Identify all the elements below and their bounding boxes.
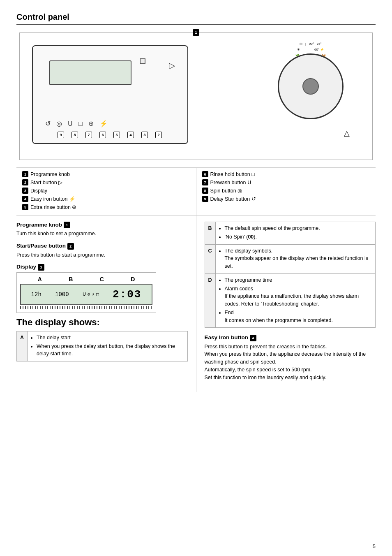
bottom-rule xyxy=(16,541,376,541)
label-d: D xyxy=(131,276,135,283)
display-screen: 12h 1000 ᑌ ⊕ ⚡ □ 2:03 xyxy=(20,284,152,305)
icon-power: ↺ xyxy=(45,120,51,127)
legend-item-1: 1 Programme knob xyxy=(22,171,190,177)
page: Control panel 1 ▷ ↺ ◎ ᑌ □ ⊕ ⚡ 9 xyxy=(0,0,392,556)
display-abcd-labels: A B C D xyxy=(20,276,152,283)
cell-c-letter: C xyxy=(205,244,215,273)
panel-play-icon: ▷ xyxy=(169,60,175,70)
display-seg-12h: 12h xyxy=(31,291,42,298)
dial-area: ◎ | 90° 75° ✳ 60° ⚡ 🌿 40° 40° 🧺 ↺ 35° 30… xyxy=(270,41,352,140)
legend-col-left: 1 Programme knob 2 Start button ▷ 3 Disp… xyxy=(16,168,196,215)
cell-d-letter: D xyxy=(205,273,215,328)
diagram-numbers: 9 8 7 6 5 4 3 2 xyxy=(58,132,162,138)
content-right: B The default spin speed of the programm… xyxy=(196,216,376,392)
label-a: A xyxy=(38,276,42,283)
panel-display xyxy=(49,60,131,85)
display-seg-1000: 1000 xyxy=(55,291,69,298)
cell-d-content: The programme time Alarm codesIf the app… xyxy=(215,273,375,328)
easy-iron-title: Easy Iron button 4 xyxy=(205,334,376,341)
start-pause-text: Press this button to start a programme. xyxy=(16,251,188,259)
icon-rinse: □ xyxy=(78,120,83,127)
row-a: A The delay start When you press the del… xyxy=(17,331,188,361)
legend-item-3: 3 Display xyxy=(22,188,190,194)
display-bottom-bar xyxy=(20,306,152,309)
start-pause-title: Start/Pause button 2 xyxy=(16,243,188,249)
icon-extrarinse: ⊕ xyxy=(88,120,94,127)
row-d: D The programme time Alarm codesIf the a… xyxy=(205,273,376,328)
dial-icon-right: △ xyxy=(344,129,350,138)
content-area: Programme knob 1 Turn this knob to set a… xyxy=(16,216,376,392)
legend-item-2: 2 Start button ▷ xyxy=(22,179,190,185)
easy-iron-section: Easy Iron button 4 Press this button to … xyxy=(205,334,376,381)
abcd-table-right: B The default spin speed of the programm… xyxy=(205,222,376,328)
dial-circle xyxy=(278,53,344,119)
row-b: B The default spin speed of the programm… xyxy=(205,222,376,245)
cell-b-letter: B xyxy=(205,222,215,245)
content-left: Programme knob 1 Turn this knob to set a… xyxy=(16,216,196,392)
easy-iron-text: Press this button to prevent the creases… xyxy=(205,343,376,382)
display-title: Display 3 xyxy=(16,264,188,270)
programme-knob-title: Programme knob 1 xyxy=(16,222,188,228)
label-c: C xyxy=(100,276,104,283)
cell-a-letter: A xyxy=(17,331,28,361)
legend-col-right: 6 Rinse hold button □ 7 Prewash button ᑌ… xyxy=(196,168,376,215)
panel-circle xyxy=(140,58,145,64)
legend-item-7: 7 Prewash button ᑌ xyxy=(202,179,370,185)
abcd-table: A The delay start When you press the del… xyxy=(16,331,188,361)
control-panel-diagram: 1 ▷ ↺ ◎ ᑌ □ ⊕ ⚡ 9 8 7 6 5 xyxy=(19,32,373,160)
cell-c-content: The display symbols.The symbols appear o… xyxy=(215,244,375,273)
button-row: ↺ ◎ ᑌ □ ⊕ ⚡ xyxy=(45,120,177,127)
display-shows-title: The display shows: xyxy=(16,317,188,328)
page-title: Control panel xyxy=(16,12,376,22)
legend-item-4: 4 Easy iron button ⚡ xyxy=(22,196,190,202)
display-diagram: A B C D 12h 1000 ᑌ ⊕ ⚡ □ 2:03 xyxy=(16,272,156,313)
legend-item-5: 5 Extra rinse button ⊕ xyxy=(22,204,190,210)
legend-item-8: 8 Spin button ◎ xyxy=(202,188,370,194)
dial-inner xyxy=(302,78,319,95)
cell-a-content: The delay start When you press the delay… xyxy=(28,331,187,361)
cell-b-content: The default spin speed of the programme.… xyxy=(215,222,375,245)
display-seg-time: 2:03 xyxy=(113,288,141,301)
icon-spin: ◎ xyxy=(56,120,62,127)
legend-item-9: 9 Delay Star button ↺ xyxy=(202,196,370,202)
page-number: 5 xyxy=(373,543,376,549)
header-divider xyxy=(16,24,376,25)
icon-prewash: ᑌ xyxy=(68,120,73,127)
icon-easyiron: ⚡ xyxy=(99,120,108,127)
legend: 1 Programme knob 2 Start button ▷ 3 Disp… xyxy=(16,167,376,216)
programme-knob-text: Turn this knob to set a programme. xyxy=(16,230,188,238)
badge-1-top: 1 xyxy=(193,29,199,36)
label-b: B xyxy=(69,276,73,283)
panel-illustration: ▷ ↺ ◎ ᑌ □ ⊕ ⚡ 9 8 7 6 5 4 3 2 xyxy=(32,45,188,144)
display-icons: ᑌ ⊕ ⚡ □ xyxy=(83,292,99,297)
legend-item-6: 6 Rinse hold button □ xyxy=(202,171,370,177)
row-c: C The display symbols.The symbols appear… xyxy=(205,244,376,273)
